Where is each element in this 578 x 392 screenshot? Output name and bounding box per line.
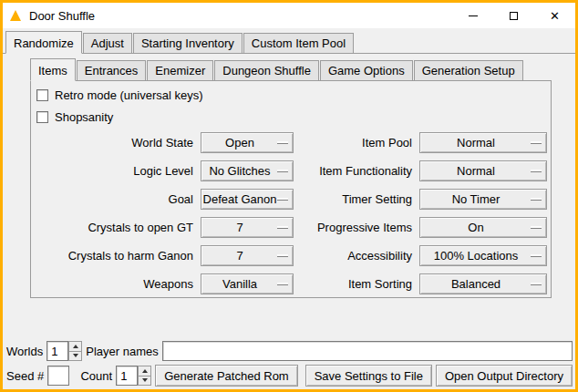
item-pool-dropdown[interactable]: Normal (419, 132, 547, 153)
item-sorting-dropdown[interactable]: Balanced (419, 273, 547, 294)
sub-tab-bar: Items Entrances Enemizer Dungeon Shuffle… (30, 58, 552, 81)
progressive-items-label: Progressive Items (297, 221, 416, 234)
tab-items[interactable]: Items (30, 58, 76, 81)
worlds-spin-buttons (68, 341, 82, 361)
tab-starting-inventory[interactable]: Starting Inventory (133, 33, 243, 53)
spin-down-icon (73, 354, 78, 357)
generate-patched-rom-button[interactable]: Generate Patched Rom (155, 365, 298, 387)
logic-level-dropdown[interactable]: No Glitches (201, 160, 294, 181)
tab-generation-setup[interactable]: Generation Setup (414, 60, 523, 80)
save-settings-button[interactable]: Save Settings to File (305, 365, 432, 387)
open-output-directory-button[interactable]: Open Output Directory (436, 365, 573, 387)
dropdown-indicator-icon (277, 254, 288, 256)
bottom-bar: Worlds Player names Seed # Count (3, 337, 575, 389)
app-icon (9, 9, 23, 23)
logic-level-label: Logic Level (31, 164, 197, 178)
dropdown-indicator-icon (531, 283, 542, 284)
count-input[interactable] (116, 366, 138, 386)
dropdown-indicator-icon (277, 141, 288, 143)
retro-mode-checkbox[interactable] (36, 89, 48, 101)
tab-entrances[interactable]: Entrances (77, 60, 147, 80)
count-spinbox (116, 366, 151, 386)
player-names-label: Player names (86, 345, 158, 358)
retro-mode-row: Retro mode (universal keys) (36, 88, 203, 102)
titlebar: Door Shuffle ✕ (3, 3, 575, 28)
worlds-row: Worlds Player names (6, 341, 573, 361)
close-button[interactable]: ✕ (534, 3, 575, 28)
items-panel: Retro mode (universal keys) Shopsanity W… (30, 81, 552, 298)
dropdown-indicator-icon (277, 283, 288, 284)
maximize-icon (510, 12, 518, 20)
shopsanity-checkbox[interactable] (36, 111, 48, 123)
tab-dungeon-shuffle[interactable]: Dungeon Shuffle (214, 60, 319, 80)
weapons-label: Weapons (31, 277, 197, 291)
dropdown-indicator-icon (277, 198, 288, 200)
accessibility-label: Accessibility (297, 249, 416, 263)
window-title: Door Shuffle (29, 9, 95, 23)
worlds-spin-down-button[interactable] (68, 352, 82, 362)
crystals-ganon-label: Crystals to harm Ganon (31, 249, 197, 263)
dropdown-indicator-icon (531, 226, 542, 228)
close-icon: ✕ (550, 10, 560, 22)
accessibility-dropdown[interactable]: 100% Locations (419, 245, 547, 266)
tab-custom-item-pool[interactable]: Custom Item Pool (243, 33, 354, 53)
spin-up-icon (142, 369, 148, 373)
maximize-button[interactable] (493, 3, 534, 28)
main-tab-bar: Randomize Adjust Starting Inventory Cust… (3, 28, 575, 54)
weapons-dropdown[interactable]: Vanilla (201, 273, 294, 294)
count-spin-up-button[interactable] (138, 366, 151, 377)
worlds-spin-up-button[interactable] (68, 341, 82, 352)
timer-setting-label: Timer Setting (297, 192, 416, 206)
player-names-input[interactable] (162, 341, 573, 361)
dropdown-indicator-icon (277, 226, 288, 228)
count-spin-buttons (138, 366, 151, 386)
shopsanity-row: Shopsanity (36, 110, 113, 124)
options-grid: World State Open Item Pool Normal Logic … (31, 132, 551, 294)
retro-mode-label: Retro mode (universal keys) (55, 88, 203, 102)
worlds-input[interactable] (46, 341, 68, 361)
dropdown-indicator-icon (531, 170, 542, 171)
worlds-label: Worlds (6, 345, 43, 358)
minimize-button[interactable] (452, 3, 493, 28)
tab-enemizer[interactable]: Enemizer (147, 60, 213, 80)
spin-down-icon (142, 378, 148, 382)
goal-dropdown[interactable]: Defeat Ganon (201, 189, 294, 210)
door-shuffle-window: Door Shuffle ✕ Randomize Adjust Starting… (0, 0, 578, 392)
crystals-ganon-dropdown[interactable]: 7 (201, 245, 294, 266)
dropdown-indicator-icon (531, 141, 542, 143)
dropdown-indicator-icon (277, 170, 288, 171)
count-label: Count (80, 369, 112, 383)
world-state-dropdown[interactable]: Open (201, 132, 294, 153)
timer-setting-dropdown[interactable]: No Timer (419, 189, 547, 210)
tab-game-options[interactable]: Game Options (320, 60, 413, 80)
minimize-icon (469, 15, 478, 16)
count-spin-down-button[interactable] (138, 377, 151, 387)
item-pool-label: Item Pool (297, 136, 416, 150)
shopsanity-label: Shopsanity (55, 110, 113, 124)
item-functionality-label: Item Functionality (297, 164, 416, 178)
caption-buttons: ✕ (452, 3, 575, 28)
crystals-gt-dropdown[interactable]: 7 (201, 217, 294, 238)
seed-row: Seed # Count Generate Patched Rom Save S… (6, 365, 573, 387)
worlds-spinbox (46, 341, 82, 361)
tab-adjust[interactable]: Adjust (83, 33, 132, 53)
spin-up-icon (73, 345, 78, 348)
dropdown-indicator-icon (531, 254, 542, 256)
seed-label: Seed # (6, 369, 44, 383)
item-sorting-label: Item Sorting (297, 277, 416, 291)
goal-label: Goal (31, 192, 197, 206)
progressive-items-dropdown[interactable]: On (419, 217, 547, 238)
world-state-label: World State (31, 136, 197, 150)
dropdown-indicator-icon (531, 198, 542, 200)
seed-input[interactable] (47, 366, 69, 386)
tab-randomize[interactable]: Randomize (5, 31, 82, 54)
item-functionality-dropdown[interactable]: Normal (419, 160, 547, 181)
crystals-gt-label: Crystals to open GT (31, 221, 197, 234)
